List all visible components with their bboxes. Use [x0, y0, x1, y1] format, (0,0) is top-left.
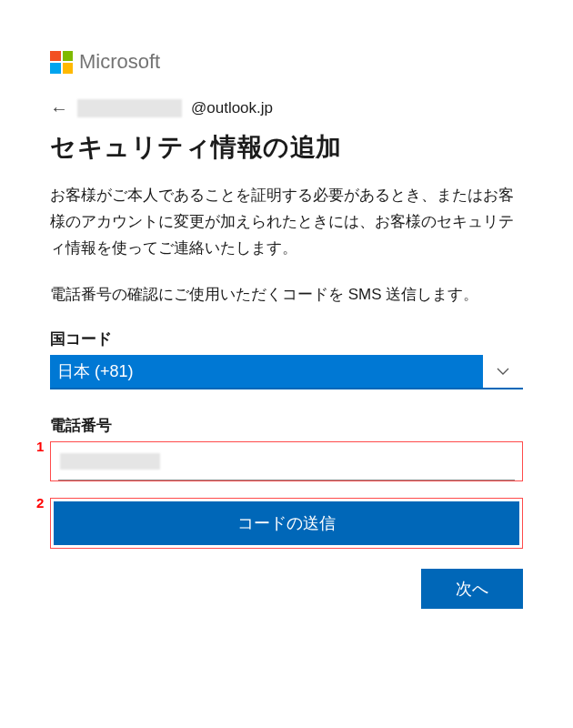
microsoft-logo-icon — [50, 51, 73, 74]
description-primary: お客様がご本人であることを証明する必要があるとき、またはお客様のアカウントに変更… — [50, 183, 523, 262]
send-code-button[interactable]: コードの送信 — [54, 501, 519, 545]
chevron-down-icon[interactable] — [483, 364, 523, 379]
country-code-label: 国コード — [50, 329, 523, 349]
brand-header: Microsoft — [50, 50, 523, 74]
country-code-select[interactable]: 日本 (+81) — [50, 355, 523, 389]
page-title: セキュリティ情報の追加 — [50, 130, 523, 165]
back-arrow-icon[interactable]: ← — [50, 99, 68, 117]
callout-number-1: 1 — [36, 439, 44, 454]
account-local-part-redacted — [77, 99, 182, 117]
phone-input-callout-box: 1 — [50, 441, 523, 481]
send-code-callout-box: 2 コードの送信 — [50, 498, 523, 549]
next-button[interactable]: 次へ — [421, 569, 523, 609]
brand-name: Microsoft — [79, 50, 160, 74]
footer-actions: 次へ — [50, 569, 523, 609]
account-domain-suffix: @outlook.jp — [191, 99, 273, 117]
phone-number-value-redacted — [60, 453, 160, 470]
country-code-selected-value[interactable]: 日本 (+81) — [50, 355, 483, 388]
account-identity-row: ← @outlook.jp — [50, 99, 523, 117]
country-code-field: 国コード 日本 (+81) — [50, 329, 523, 389]
phone-number-input[interactable] — [58, 448, 515, 480]
description-secondary: 電話番号の確認にご使用いただくコードを SMS 送信します。 — [50, 282, 523, 308]
callout-number-2: 2 — [36, 495, 44, 511]
phone-number-field: 電話番号 1 2 コードの送信 — [50, 415, 523, 549]
phone-number-label: 電話番号 — [50, 415, 523, 436]
